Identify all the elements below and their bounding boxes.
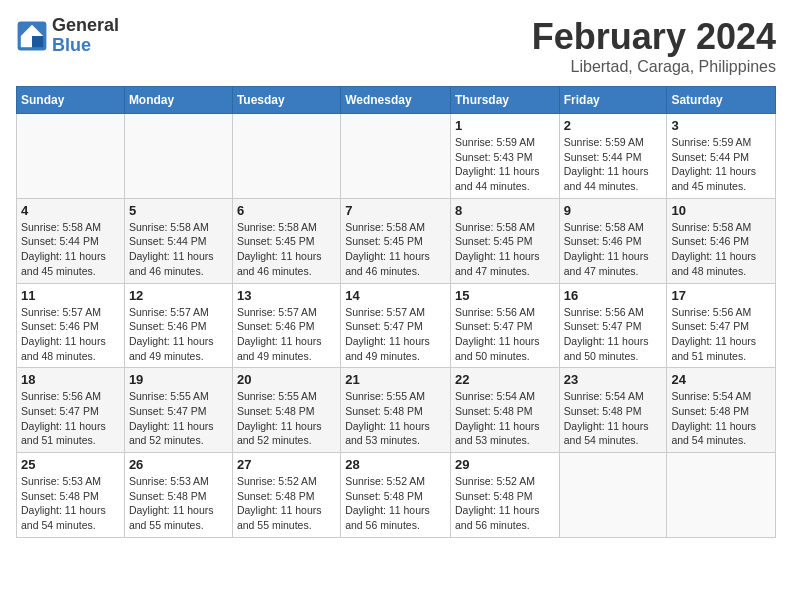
- week-row-4: 18Sunrise: 5:56 AM Sunset: 5:47 PM Dayli…: [17, 368, 776, 453]
- day-detail: Sunrise: 5:59 AM Sunset: 5:44 PM Dayligh…: [564, 135, 663, 194]
- day-number: 20: [237, 372, 336, 387]
- day-cell: 26Sunrise: 5:53 AM Sunset: 5:48 PM Dayli…: [124, 453, 232, 538]
- week-row-3: 11Sunrise: 5:57 AM Sunset: 5:46 PM Dayli…: [17, 283, 776, 368]
- day-cell: 25Sunrise: 5:53 AM Sunset: 5:48 PM Dayli…: [17, 453, 125, 538]
- day-cell: 21Sunrise: 5:55 AM Sunset: 5:48 PM Dayli…: [341, 368, 451, 453]
- day-cell: 4Sunrise: 5:58 AM Sunset: 5:44 PM Daylig…: [17, 198, 125, 283]
- week-row-1: 1Sunrise: 5:59 AM Sunset: 5:43 PM Daylig…: [17, 114, 776, 199]
- day-cell: 10Sunrise: 5:58 AM Sunset: 5:46 PM Dayli…: [667, 198, 776, 283]
- day-detail: Sunrise: 5:53 AM Sunset: 5:48 PM Dayligh…: [129, 474, 228, 533]
- day-cell: 9Sunrise: 5:58 AM Sunset: 5:46 PM Daylig…: [559, 198, 667, 283]
- day-cell: 16Sunrise: 5:56 AM Sunset: 5:47 PM Dayli…: [559, 283, 667, 368]
- day-cell: 15Sunrise: 5:56 AM Sunset: 5:47 PM Dayli…: [450, 283, 559, 368]
- day-cell: 24Sunrise: 5:54 AM Sunset: 5:48 PM Dayli…: [667, 368, 776, 453]
- day-header-tuesday: Tuesday: [232, 87, 340, 114]
- day-cell: 7Sunrise: 5:58 AM Sunset: 5:45 PM Daylig…: [341, 198, 451, 283]
- day-number: 11: [21, 288, 120, 303]
- day-cell: [124, 114, 232, 199]
- day-cell: [17, 114, 125, 199]
- day-cell: [667, 453, 776, 538]
- day-detail: Sunrise: 5:54 AM Sunset: 5:48 PM Dayligh…: [455, 389, 555, 448]
- day-number: 6: [237, 203, 336, 218]
- day-cell: 17Sunrise: 5:56 AM Sunset: 5:47 PM Dayli…: [667, 283, 776, 368]
- day-number: 14: [345, 288, 446, 303]
- day-number: 17: [671, 288, 771, 303]
- svg-marker-2: [32, 36, 43, 47]
- day-cell: 11Sunrise: 5:57 AM Sunset: 5:46 PM Dayli…: [17, 283, 125, 368]
- svg-marker-3: [21, 36, 32, 47]
- header-row: SundayMondayTuesdayWednesdayThursdayFrid…: [17, 87, 776, 114]
- day-cell: 1Sunrise: 5:59 AM Sunset: 5:43 PM Daylig…: [450, 114, 559, 199]
- title-block: February 2024 Libertad, Caraga, Philippi…: [532, 16, 776, 76]
- day-detail: Sunrise: 5:58 AM Sunset: 5:46 PM Dayligh…: [564, 220, 663, 279]
- day-detail: Sunrise: 5:52 AM Sunset: 5:48 PM Dayligh…: [455, 474, 555, 533]
- week-row-5: 25Sunrise: 5:53 AM Sunset: 5:48 PM Dayli…: [17, 453, 776, 538]
- day-number: 22: [455, 372, 555, 387]
- day-detail: Sunrise: 5:58 AM Sunset: 5:45 PM Dayligh…: [455, 220, 555, 279]
- day-detail: Sunrise: 5:52 AM Sunset: 5:48 PM Dayligh…: [237, 474, 336, 533]
- day-number: 19: [129, 372, 228, 387]
- logo-text: General Blue: [52, 16, 119, 56]
- day-header-thursday: Thursday: [450, 87, 559, 114]
- day-cell: 12Sunrise: 5:57 AM Sunset: 5:46 PM Dayli…: [124, 283, 232, 368]
- day-cell: 28Sunrise: 5:52 AM Sunset: 5:48 PM Dayli…: [341, 453, 451, 538]
- day-detail: Sunrise: 5:57 AM Sunset: 5:47 PM Dayligh…: [345, 305, 446, 364]
- day-number: 26: [129, 457, 228, 472]
- day-detail: Sunrise: 5:54 AM Sunset: 5:48 PM Dayligh…: [671, 389, 771, 448]
- day-cell: 27Sunrise: 5:52 AM Sunset: 5:48 PM Dayli…: [232, 453, 340, 538]
- day-number: 2: [564, 118, 663, 133]
- logo-icon: [16, 20, 48, 52]
- page-header: General Blue February 2024 Libertad, Car…: [16, 16, 776, 76]
- calendar-table: SundayMondayTuesdayWednesdayThursdayFrid…: [16, 86, 776, 538]
- day-cell: 8Sunrise: 5:58 AM Sunset: 5:45 PM Daylig…: [450, 198, 559, 283]
- day-number: 5: [129, 203, 228, 218]
- day-detail: Sunrise: 5:59 AM Sunset: 5:43 PM Dayligh…: [455, 135, 555, 194]
- day-number: 28: [345, 457, 446, 472]
- day-detail: Sunrise: 5:58 AM Sunset: 5:44 PM Dayligh…: [21, 220, 120, 279]
- day-number: 12: [129, 288, 228, 303]
- day-cell: [559, 453, 667, 538]
- day-detail: Sunrise: 5:54 AM Sunset: 5:48 PM Dayligh…: [564, 389, 663, 448]
- day-cell: 23Sunrise: 5:54 AM Sunset: 5:48 PM Dayli…: [559, 368, 667, 453]
- day-detail: Sunrise: 5:53 AM Sunset: 5:48 PM Dayligh…: [21, 474, 120, 533]
- day-cell: 13Sunrise: 5:57 AM Sunset: 5:46 PM Dayli…: [232, 283, 340, 368]
- day-detail: Sunrise: 5:57 AM Sunset: 5:46 PM Dayligh…: [129, 305, 228, 364]
- day-detail: Sunrise: 5:58 AM Sunset: 5:45 PM Dayligh…: [237, 220, 336, 279]
- day-number: 25: [21, 457, 120, 472]
- day-cell: [341, 114, 451, 199]
- day-detail: Sunrise: 5:58 AM Sunset: 5:45 PM Dayligh…: [345, 220, 446, 279]
- day-detail: Sunrise: 5:55 AM Sunset: 5:47 PM Dayligh…: [129, 389, 228, 448]
- logo: General Blue: [16, 16, 119, 56]
- day-number: 29: [455, 457, 555, 472]
- day-number: 13: [237, 288, 336, 303]
- day-header-wednesday: Wednesday: [341, 87, 451, 114]
- day-detail: Sunrise: 5:59 AM Sunset: 5:44 PM Dayligh…: [671, 135, 771, 194]
- day-detail: Sunrise: 5:56 AM Sunset: 5:47 PM Dayligh…: [21, 389, 120, 448]
- day-detail: Sunrise: 5:57 AM Sunset: 5:46 PM Dayligh…: [21, 305, 120, 364]
- day-cell: 2Sunrise: 5:59 AM Sunset: 5:44 PM Daylig…: [559, 114, 667, 199]
- day-detail: Sunrise: 5:57 AM Sunset: 5:46 PM Dayligh…: [237, 305, 336, 364]
- day-cell: 6Sunrise: 5:58 AM Sunset: 5:45 PM Daylig…: [232, 198, 340, 283]
- day-detail: Sunrise: 5:56 AM Sunset: 5:47 PM Dayligh…: [671, 305, 771, 364]
- day-detail: Sunrise: 5:52 AM Sunset: 5:48 PM Dayligh…: [345, 474, 446, 533]
- day-number: 24: [671, 372, 771, 387]
- day-detail: Sunrise: 5:58 AM Sunset: 5:44 PM Dayligh…: [129, 220, 228, 279]
- day-number: 15: [455, 288, 555, 303]
- day-number: 1: [455, 118, 555, 133]
- day-number: 16: [564, 288, 663, 303]
- day-number: 23: [564, 372, 663, 387]
- day-cell: 20Sunrise: 5:55 AM Sunset: 5:48 PM Dayli…: [232, 368, 340, 453]
- day-cell: 14Sunrise: 5:57 AM Sunset: 5:47 PM Dayli…: [341, 283, 451, 368]
- day-number: 8: [455, 203, 555, 218]
- day-detail: Sunrise: 5:56 AM Sunset: 5:47 PM Dayligh…: [564, 305, 663, 364]
- day-cell: 3Sunrise: 5:59 AM Sunset: 5:44 PM Daylig…: [667, 114, 776, 199]
- day-cell: [232, 114, 340, 199]
- day-cell: 22Sunrise: 5:54 AM Sunset: 5:48 PM Dayli…: [450, 368, 559, 453]
- day-header-friday: Friday: [559, 87, 667, 114]
- day-number: 10: [671, 203, 771, 218]
- day-cell: 19Sunrise: 5:55 AM Sunset: 5:47 PM Dayli…: [124, 368, 232, 453]
- day-detail: Sunrise: 5:56 AM Sunset: 5:47 PM Dayligh…: [455, 305, 555, 364]
- day-header-saturday: Saturday: [667, 87, 776, 114]
- day-cell: 5Sunrise: 5:58 AM Sunset: 5:44 PM Daylig…: [124, 198, 232, 283]
- day-header-monday: Monday: [124, 87, 232, 114]
